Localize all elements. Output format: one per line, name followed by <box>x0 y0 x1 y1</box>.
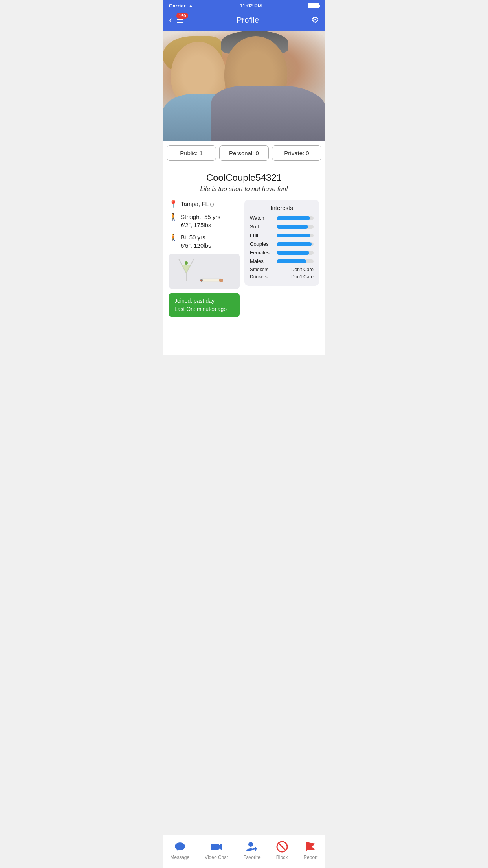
joined-badge: Joined: past day Last On: minutes ago <box>169 293 240 317</box>
cigarette-icon <box>200 276 231 285</box>
interest-label: Males <box>250 258 273 264</box>
settings-button[interactable]: ⚙ <box>311 15 319 25</box>
interest-label: Couples <box>250 241 273 247</box>
svg-marker-3 <box>182 265 191 273</box>
gear-icon: ⚙ <box>311 15 319 25</box>
interest-bar-container <box>277 216 314 220</box>
carrier-text: Carrier <box>169 3 186 9</box>
smokers-value: Don't Care <box>291 267 314 272</box>
interest-bar-fill <box>277 234 310 237</box>
wifi-icon: ▲ <box>188 2 194 9</box>
person1-info: Straight, 55 yrs 6'2", 175lbs <box>181 213 220 229</box>
person1-stats: 6'2", 175lbs <box>181 222 211 228</box>
interest-label: Females <box>250 250 273 256</box>
smokers-row: Smokers Don't Care <box>250 267 314 272</box>
female-icon: 🚶 <box>169 234 178 242</box>
location-row: 📍 Tampa, FL () <box>169 200 240 209</box>
location-icon: 📍 <box>169 200 178 209</box>
interest-row: Soft <box>250 224 314 230</box>
interest-row: Full <box>250 232 314 238</box>
svg-rect-6 <box>200 279 222 282</box>
person2-row: 🚶 Bi, 50 yrs 5'5", 120lbs <box>169 233 240 250</box>
interests-panel: Interests WatchSoftFullCouplesFemalesMal… <box>244 200 319 286</box>
person1-row: 🚶 Straight, 55 yrs 6'2", 175lbs <box>169 213 240 229</box>
interest-bar-fill <box>277 251 309 255</box>
interest-row: Watch <box>250 215 314 221</box>
last-on-text: Last On: minutes ago <box>174 305 234 313</box>
person2-stats: 5'5", 120lbs <box>181 242 211 249</box>
back-button[interactable]: ‹ <box>169 15 172 25</box>
interest-bar-container <box>277 234 314 237</box>
header-left: ‹ ☰ 150 <box>169 15 184 25</box>
profile-info-left: 📍 Tampa, FL () 🚶 Straight, 55 yrs 6'2", … <box>169 200 240 317</box>
status-time: 11:02 PM <box>240 3 262 9</box>
interest-bar-fill <box>277 242 312 246</box>
interest-label: Soft <box>250 224 273 230</box>
interest-row: Couples <box>250 241 314 247</box>
interests-title: Interests <box>250 204 314 211</box>
drinkers-row: Drinkers Don't Care <box>250 274 314 280</box>
interest-bar-container <box>277 251 314 255</box>
drinkers-label: Drinkers <box>250 274 268 280</box>
profile-content: CoolCouple54321 Life is too short to not… <box>163 166 325 355</box>
menu-button[interactable]: ☰ 150 <box>176 16 184 24</box>
battery-icon <box>308 3 319 8</box>
interest-row: Females <box>250 250 314 256</box>
interest-bar-container <box>277 259 314 263</box>
male-icon: 🚶 <box>169 213 178 222</box>
interest-bar-container <box>277 225 314 229</box>
public-photos-button[interactable]: Public: 1 <box>167 145 216 161</box>
person2-info: Bi, 50 yrs 5'5", 120lbs <box>181 233 211 250</box>
joined-text: Joined: past day <box>174 297 234 305</box>
person2-orientation: Bi, 50 yrs <box>181 234 205 241</box>
interest-row: Males <box>250 258 314 264</box>
svg-point-11 <box>200 280 202 281</box>
drinkers-value: Don't Care <box>291 274 314 280</box>
notification-badge: 150 <box>176 13 188 19</box>
private-photos-button[interactable]: Private: 0 <box>272 145 321 161</box>
photo-buttons-row: Public: 1 Personal: 0 Private: 0 <box>163 141 325 166</box>
interest-bars: WatchSoftFullCouplesFemalesMales <box>250 215 314 264</box>
info-interests-section: 📍 Tampa, FL () 🚶 Straight, 55 yrs 6'2", … <box>169 200 319 317</box>
username: CoolCouple54321 <box>169 172 319 183</box>
app-header: ‹ ☰ 150 Profile ⚙ <box>163 11 325 31</box>
status-bar: Carrier ▲ 11:02 PM <box>163 0 325 11</box>
svg-rect-8 <box>219 279 223 282</box>
smokers-label: Smokers <box>250 267 268 272</box>
interest-label: Watch <box>250 215 273 221</box>
location-text: Tampa, FL () <box>181 200 214 208</box>
interest-bar-fill <box>277 259 306 263</box>
martini-glass-icon <box>178 257 195 285</box>
lifestyle-images <box>169 254 240 289</box>
person1-orientation: Straight, 55 yrs <box>181 213 220 220</box>
personal-photos-button[interactable]: Personal: 0 <box>219 145 269 161</box>
interest-bar-container <box>277 242 314 246</box>
interest-label: Full <box>250 232 273 238</box>
profile-tagline: Life is too short to not have fun! <box>169 186 319 193</box>
interest-bar-fill <box>277 225 308 229</box>
page-title: Profile <box>237 16 259 25</box>
couple-photo <box>163 31 325 141</box>
status-bar-left: Carrier ▲ <box>169 2 194 9</box>
profile-image <box>163 31 325 141</box>
interest-bar-fill <box>277 216 310 220</box>
